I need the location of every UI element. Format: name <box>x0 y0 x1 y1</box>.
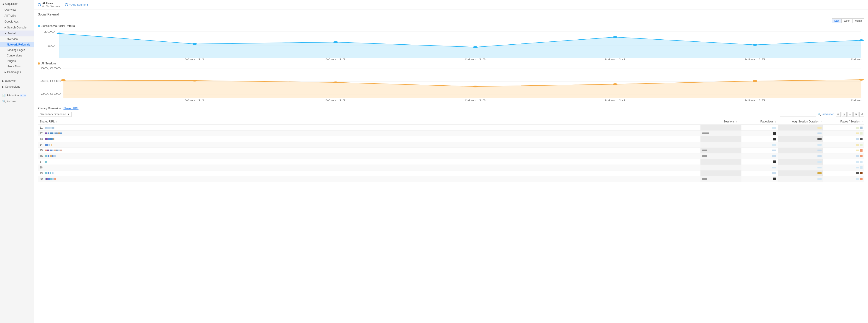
url-cell[interactable]: 17. <box>38 159 701 165</box>
pages-session-cell <box>824 170 864 176</box>
search-box: 🔍 advanced ⊞ ◔ ≡ ⚙ ↺ <box>780 112 864 117</box>
sidebar-item-all-traffic[interactable]: All Traffic <box>0 13 34 19</box>
svg-text:Mar 14: Mar 14 <box>605 99 626 102</box>
pageviews-cell <box>741 154 778 159</box>
svg-text:Mar 14: Mar 14 <box>605 58 626 60</box>
avg-session-cell <box>778 170 824 176</box>
conversions-arrow-icon: ▶ <box>2 86 4 88</box>
svg-point-8 <box>473 46 478 48</box>
segments-bar: All Users 0.16% Sessions + Add Segment <box>34 0 868 10</box>
chevron-down-icon: ▼ <box>67 113 70 116</box>
list-view-btn[interactable]: ≡ <box>847 112 852 117</box>
svg-text:Mar 16: Mar 16 <box>851 99 864 102</box>
pageviews-cell <box>741 176 778 182</box>
all-sessions-legend-label: All Sessions <box>41 62 56 65</box>
url-cell[interactable]: 19. <box>38 170 701 176</box>
col-pages-session[interactable]: Pages / Session ? <box>824 119 864 125</box>
sidebar-item-social-overview[interactable]: Overview <box>0 36 34 42</box>
dim-controls-left: Secondary dimension ▼ <box>38 112 72 117</box>
svg-text:Mar 11: Mar 11 <box>184 58 205 60</box>
table-row: 16. <box>38 154 864 159</box>
sidebar-item-search-console[interactable]: ▶ Search Console <box>0 25 34 31</box>
all-sessions-chart-container: All Sessions 60,000 40,000 20,000 <box>38 62 864 103</box>
sidebar-conversions-header[interactable]: ▶ Conversions <box>0 84 34 90</box>
settings-view-btn[interactable]: ⚙ <box>854 112 859 117</box>
svg-point-30 <box>859 79 864 80</box>
sidebar-attribution-header[interactable]: 📊 Attribution BETA <box>0 92 34 98</box>
pages-session-cell <box>824 142 864 148</box>
table-row: 20. <box>38 176 864 182</box>
sidebar-behavior-header[interactable]: ▶ Behavior <box>0 78 34 84</box>
chart-controls: Day Week Month <box>38 19 864 23</box>
advanced-search-link[interactable]: advanced <box>823 113 834 116</box>
sidebar-acquisition-header[interactable]: ◀ Acquisition <box>0 1 34 7</box>
month-btn[interactable]: Month <box>852 19 864 23</box>
url-cell[interactable]: 16. <box>38 154 701 159</box>
sessions-cell <box>701 136 741 142</box>
sidebar-item-landing-pages[interactable]: Landing Pages <box>0 47 34 53</box>
sidebar-item-social[interactable]: ▼ Social <box>0 31 34 36</box>
svg-text:Mar 15: Mar 15 <box>745 99 765 102</box>
all-users-segment[interactable]: All Users 0.16% Sessions <box>38 2 60 8</box>
sessions-chart-svg: 100 50 <box>38 28 864 60</box>
sidebar-item-conversions[interactable]: Conversions <box>0 53 34 58</box>
behavior-arrow-icon: ▶ <box>2 80 4 82</box>
time-btn-group: Day Week Month <box>832 19 864 23</box>
svg-point-5 <box>57 33 61 34</box>
sidebar-item-plugins[interactable]: Plugins <box>0 58 34 64</box>
grid-view-btn[interactable]: ⊞ <box>836 112 841 117</box>
pageviews-cell <box>741 159 778 165</box>
avg-session-cell <box>778 154 824 159</box>
url-cell[interactable]: 12. <box>38 131 701 136</box>
svg-point-6 <box>192 43 197 45</box>
svg-point-28 <box>613 83 618 85</box>
svg-point-24 <box>61 79 66 81</box>
url-cell[interactable]: 20. <box>38 176 701 182</box>
all-sessions-legend-dot <box>38 62 40 65</box>
sidebar-discover-header[interactable]: 🔍 Discover <box>0 98 34 104</box>
sidebar-item-overview[interactable]: Overview <box>0 7 34 13</box>
col-avg-session[interactable]: Avg. Session Duration ? <box>778 119 824 125</box>
pageviews-cell <box>741 142 778 148</box>
table-row: 12. <box>38 131 864 136</box>
url-cell[interactable]: 11. <box>38 125 701 131</box>
content-area: Social Referral Day Week Month Sessions … <box>34 10 868 185</box>
sessions-legend-dot <box>38 25 40 27</box>
avg-session-cell <box>778 131 824 136</box>
pageviews-cell <box>741 165 778 170</box>
col-sessions[interactable]: Sessions ? ↓ <box>701 119 741 125</box>
sidebar-item-campaigns[interactable]: ▶ Campaigns <box>0 69 34 75</box>
refresh-view-btn[interactable]: ↺ <box>859 112 864 117</box>
week-btn[interactable]: Week <box>841 19 852 23</box>
search-input[interactable] <box>780 112 816 117</box>
sidebar: ◀ Acquisition Overview All Traffic Googl… <box>0 0 34 323</box>
secondary-dim-btn[interactable]: Secondary dimension ▼ <box>38 112 72 117</box>
sort-desc-icon: ↓ <box>738 120 740 123</box>
pages-session-cell <box>824 165 864 170</box>
url-cell[interactable]: 15. <box>38 148 701 154</box>
sessions-cell <box>701 159 741 165</box>
day-btn[interactable]: Day <box>832 19 841 23</box>
col-pageviews[interactable]: Pageviews ? <box>741 119 778 125</box>
add-segment-btn[interactable]: + Add Segment <box>65 3 88 6</box>
pages-session-cell <box>824 159 864 165</box>
sidebar-item-network-referrals[interactable]: Network Referrals <box>0 42 34 47</box>
url-cell[interactable]: 18. <box>38 165 701 170</box>
page-title: Social Referral <box>38 12 864 16</box>
sidebar-item-google-ads[interactable]: Google Ads <box>0 19 34 25</box>
sidebar-item-users-flow[interactable]: Users Flow <box>0 64 34 69</box>
sessions-cell <box>701 125 741 131</box>
help-icon-pages: ? <box>861 121 863 123</box>
pageviews-cell <box>741 131 778 136</box>
help-icon-pageviews: ? <box>775 121 776 123</box>
svg-point-7 <box>333 41 338 43</box>
pageviews-cell <box>741 136 778 142</box>
svg-text:Mar 11: Mar 11 <box>184 99 205 102</box>
url-cell[interactable]: 14. <box>38 142 701 148</box>
avg-session-cell <box>778 165 824 170</box>
all-sessions-chart-svg-wrap: 60,000 40,000 20,000 <box>38 66 864 103</box>
sessions-cell <box>701 165 741 170</box>
col-shared-url[interactable]: Shared URL ? <box>38 119 701 125</box>
url-cell[interactable]: 13. <box>38 136 701 142</box>
pie-view-btn[interactable]: ◔ <box>842 112 846 117</box>
